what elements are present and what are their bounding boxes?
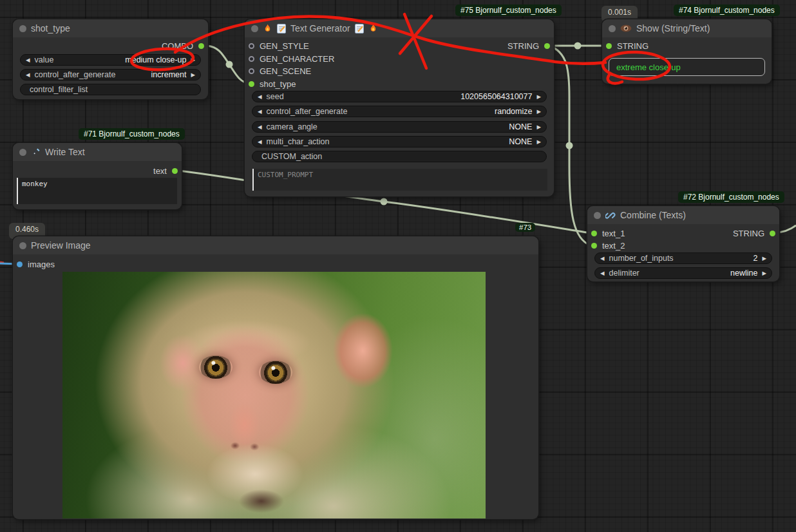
node-header[interactable]: Write Text bbox=[13, 143, 182, 161]
link-id-badge-73: #73 bbox=[515, 223, 535, 232]
decrement-arrow-icon[interactable]: ◀ bbox=[258, 139, 262, 145]
write-text-textarea[interactable]: monkey bbox=[17, 178, 177, 204]
input-dot[interactable] bbox=[249, 43, 254, 49]
node-shot-type[interactable]: shot_type COMBO ◀ value medium close-up … bbox=[13, 19, 208, 99]
input-slot-gen-character[interactable]: GEN_CHARACTER bbox=[249, 53, 334, 64]
decrement-arrow-icon[interactable]: ◀ bbox=[258, 94, 262, 100]
node-title: Preview Image bbox=[31, 240, 91, 251]
show-text-value: extreme close-up bbox=[609, 58, 765, 76]
output-dot[interactable] bbox=[198, 43, 204, 49]
widget-value: medium close-up bbox=[125, 55, 186, 64]
decrement-arrow-icon[interactable]: ◀ bbox=[26, 72, 30, 78]
collapse-dot[interactable] bbox=[609, 25, 616, 32]
collapse-dot[interactable] bbox=[19, 149, 26, 156]
widget-value: randomize bbox=[495, 107, 532, 116]
input-dot[interactable] bbox=[17, 261, 23, 267]
input-slot-images[interactable]: images bbox=[17, 259, 55, 269]
input-slot-text-2[interactable]: text_2 bbox=[591, 240, 625, 251]
monkey-left-eye bbox=[199, 356, 232, 379]
input-dot[interactable] bbox=[606, 43, 612, 49]
collapse-dot[interactable] bbox=[594, 212, 601, 219]
memo-icon bbox=[277, 24, 286, 33]
reroute-dot bbox=[566, 142, 573, 149]
output-slot-combo[interactable]: COMBO bbox=[162, 41, 204, 51]
input-dot[interactable] bbox=[591, 243, 597, 249]
seed-widget[interactable]: ◀ seed 1020565064310077 ▶ bbox=[252, 91, 547, 102]
custom-prompt-textarea[interactable]: CUSTOM_PROMPT bbox=[252, 169, 547, 191]
fire-icon bbox=[368, 23, 378, 33]
output-slot-text[interactable]: text bbox=[153, 166, 178, 176]
slot-label: text bbox=[153, 166, 167, 176]
control-after-generate-widget[interactable]: ◀ control_after_generate increment ▶ bbox=[20, 69, 201, 81]
node-header[interactable]: Text Generator bbox=[245, 19, 554, 37]
widget-value: NONE bbox=[509, 137, 532, 146]
increment-arrow-icon[interactable]: ▶ bbox=[536, 124, 541, 130]
slot-label: text_2 bbox=[602, 241, 625, 251]
widget-label: multi_char_action bbox=[267, 137, 330, 146]
widget-label: control_filter_list bbox=[30, 85, 88, 94]
increment-arrow-icon[interactable]: ▶ bbox=[536, 109, 541, 115]
collapse-dot[interactable] bbox=[251, 25, 258, 32]
output-dot[interactable] bbox=[544, 43, 550, 49]
output-slot-string[interactable]: STRING bbox=[733, 228, 775, 238]
input-slot-gen-style[interactable]: GEN_STYLE bbox=[249, 41, 309, 51]
slot-label: GEN_SCENE bbox=[260, 66, 311, 76]
collapse-dot[interactable] bbox=[19, 25, 26, 32]
multi-char-action-widget[interactable]: ◀ multi_char_action NONE ▶ bbox=[252, 136, 547, 147]
decrement-arrow-icon[interactable]: ◀ bbox=[600, 256, 605, 261]
widget-label: number_of_inputs bbox=[609, 254, 674, 263]
increment-arrow-icon[interactable]: ▶ bbox=[191, 72, 195, 78]
input-dot[interactable] bbox=[249, 56, 254, 62]
control-filter-list-widget[interactable]: control_filter_list bbox=[20, 84, 201, 95]
slot-label: COMBO bbox=[162, 41, 193, 51]
output-dot[interactable] bbox=[770, 231, 775, 236]
slot-label: STRING bbox=[617, 41, 649, 51]
input-dot[interactable] bbox=[591, 231, 597, 236]
increment-arrow-icon[interactable]: ▶ bbox=[191, 57, 195, 63]
input-dot[interactable] bbox=[249, 68, 254, 74]
number-of-inputs-widget[interactable]: ◀ number_of_inputs 2 ▶ bbox=[594, 252, 772, 264]
node-header[interactable]: shot_type bbox=[13, 19, 208, 37]
node-graph-canvas[interactable]: 0.001s 0.460s #75 Bjornulf_custom_nodes … bbox=[0, 0, 796, 532]
increment-arrow-icon[interactable]: ▶ bbox=[762, 256, 766, 261]
decrement-arrow-icon[interactable]: ◀ bbox=[26, 57, 30, 63]
pen-icon bbox=[31, 147, 41, 157]
node-title: shot_type bbox=[31, 23, 70, 33]
node-write-text[interactable]: Write Text text monkey bbox=[13, 143, 182, 209]
node-preview-image[interactable]: Preview Image images bbox=[13, 236, 538, 519]
input-dot[interactable] bbox=[249, 81, 254, 87]
input-slot-text-1[interactable]: text_1 bbox=[591, 228, 625, 238]
camera-angle-widget[interactable]: ◀ camera_angle NONE ▶ bbox=[252, 121, 547, 133]
decrement-arrow-icon[interactable]: ◀ bbox=[600, 271, 605, 276]
decrement-arrow-icon[interactable]: ◀ bbox=[258, 124, 262, 130]
node-header[interactable]: Preview Image bbox=[13, 236, 538, 254]
increment-arrow-icon[interactable]: ▶ bbox=[536, 94, 541, 100]
eye-icon bbox=[620, 24, 632, 32]
widget-value: 1020565064310077 bbox=[460, 92, 532, 101]
increment-arrow-icon[interactable]: ▶ bbox=[762, 271, 766, 276]
slot-label: GEN_CHARACTER bbox=[260, 54, 334, 64]
control-after-generate-widget[interactable]: ◀ control_after_generate randomize ▶ bbox=[252, 106, 547, 117]
node-id-badge-74: #74 Bjornulf_custom_nodes bbox=[674, 5, 780, 16]
input-slot-shot-type[interactable]: shot_type bbox=[249, 79, 296, 89]
node-title: Write Text bbox=[45, 147, 85, 157]
node-header[interactable]: Combine (Texts) bbox=[587, 206, 779, 224]
reroute-dot bbox=[226, 61, 233, 68]
decrement-arrow-icon[interactable]: ◀ bbox=[258, 109, 262, 115]
increment-arrow-icon[interactable]: ▶ bbox=[536, 139, 541, 145]
output-slot-string[interactable]: STRING bbox=[507, 41, 550, 51]
value-widget[interactable]: ◀ value medium close-up ▶ bbox=[20, 54, 201, 66]
collapse-dot[interactable] bbox=[19, 242, 26, 249]
output-dot[interactable] bbox=[172, 168, 178, 174]
reroute-dot bbox=[574, 43, 582, 50]
input-slot-string[interactable]: STRING bbox=[606, 41, 649, 51]
node-show-string-text[interactable]: Show (String/Text) STRING extreme close-… bbox=[602, 19, 772, 84]
node-header[interactable]: Show (String/Text) bbox=[602, 19, 772, 37]
node-text-generator[interactable]: Text Generator GEN_STYLE GEN_CHARACTER G… bbox=[245, 19, 554, 196]
input-slot-gen-scene[interactable]: GEN_SCENE bbox=[249, 66, 311, 76]
node-combine-texts[interactable]: Combine (Texts) text_1 text_2 STRING ◀ n… bbox=[587, 206, 779, 281]
slot-label: STRING bbox=[733, 229, 764, 238]
custom-action-widget[interactable]: CUSTOM_action bbox=[252, 151, 547, 162]
delimiter-widget[interactable]: ◀ delimiter newline ▶ bbox=[594, 267, 772, 279]
widget-value: 2 bbox=[753, 254, 758, 263]
